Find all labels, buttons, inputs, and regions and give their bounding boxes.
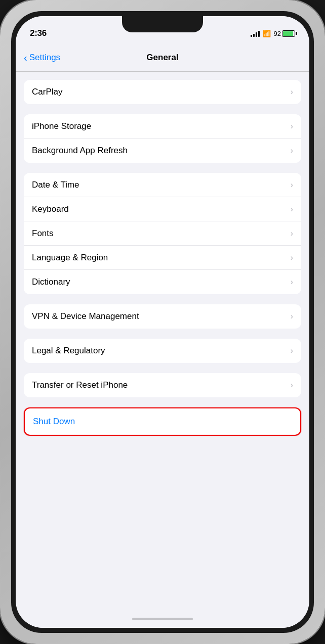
keyboard-item[interactable]: Keyboard › bbox=[24, 197, 301, 221]
home-indicator bbox=[16, 610, 309, 628]
date-time-label: Date & Time bbox=[32, 180, 79, 190]
date-time-item[interactable]: Date & Time › bbox=[24, 173, 301, 197]
dictionary-item[interactable]: Dictionary › bbox=[24, 270, 301, 294]
keyboard-chevron: › bbox=[291, 205, 293, 214]
status-time: 2:36 bbox=[30, 28, 47, 38]
iphone-storage-label: iPhone Storage bbox=[32, 121, 91, 131]
page-title: General bbox=[146, 53, 178, 63]
language-region-item[interactable]: Language & Region › bbox=[24, 246, 301, 270]
language-region-chevron: › bbox=[291, 253, 293, 262]
shut-down-label: Shut Down bbox=[33, 417, 75, 427]
content-area: CarPlay › iPhone Storage › Background Ap… bbox=[16, 72, 309, 610]
fonts-chevron: › bbox=[291, 229, 293, 238]
screen: 2:36 📶 92 ‹ bbox=[16, 16, 309, 628]
battery-fill bbox=[283, 31, 293, 36]
legal-label: Legal & Regulatory bbox=[32, 346, 105, 356]
carplay-label: CarPlay bbox=[32, 87, 62, 97]
notch bbox=[122, 16, 203, 32]
carplay-item[interactable]: CarPlay › bbox=[24, 80, 301, 104]
iphone-storage-chevron: › bbox=[291, 122, 293, 131]
vpn-item[interactable]: VPN & Device Management › bbox=[24, 304, 301, 329]
dictionary-chevron: › bbox=[291, 278, 293, 287]
battery-container: 92 bbox=[274, 30, 295, 37]
transfer-reset-label: Transfer or Reset iPhone bbox=[32, 380, 128, 390]
legal-chevron: › bbox=[291, 346, 293, 355]
transfer-reset-item[interactable]: Transfer or Reset iPhone › bbox=[24, 373, 301, 397]
vpn-chevron: › bbox=[291, 312, 293, 321]
status-icons: 📶 92 bbox=[251, 30, 295, 37]
background-refresh-label: Background App Refresh bbox=[32, 146, 128, 156]
language-region-label: Language & Region bbox=[32, 253, 108, 263]
shut-down-section: Shut Down bbox=[24, 407, 301, 436]
date-time-chevron: › bbox=[291, 180, 293, 190]
iphone-storage-item[interactable]: iPhone Storage › bbox=[24, 114, 301, 139]
carplay-chevron: › bbox=[291, 87, 293, 97]
vpn-label: VPN & Device Management bbox=[32, 311, 139, 321]
wifi-icon: 📶 bbox=[263, 30, 271, 37]
signal-icon bbox=[251, 30, 260, 37]
back-button[interactable]: ‹ Settings bbox=[24, 53, 60, 63]
phone-inner: 2:36 📶 92 ‹ bbox=[11, 11, 314, 633]
section-storage: iPhone Storage › Background App Refresh … bbox=[24, 114, 301, 163]
section-language: Date & Time › Keyboard › Fonts › Languag… bbox=[24, 173, 301, 294]
section-vpn: VPN & Device Management › bbox=[24, 304, 301, 329]
background-refresh-chevron: › bbox=[291, 146, 293, 155]
fonts-label: Fonts bbox=[32, 228, 54, 239]
fonts-item[interactable]: Fonts › bbox=[24, 221, 301, 246]
phone-frame: 2:36 📶 92 ‹ bbox=[0, 0, 325, 644]
home-bar bbox=[132, 618, 193, 620]
legal-item[interactable]: Legal & Regulatory › bbox=[24, 339, 301, 363]
battery-level: 92 bbox=[274, 30, 281, 37]
back-label: Settings bbox=[29, 53, 60, 63]
section-legal: Legal & Regulatory › bbox=[24, 339, 301, 363]
shut-down-item[interactable]: Shut Down bbox=[25, 408, 300, 435]
section-carplay: CarPlay › bbox=[24, 80, 301, 104]
section-transfer: Transfer or Reset iPhone › bbox=[24, 373, 301, 397]
keyboard-label: Keyboard bbox=[32, 204, 69, 214]
dictionary-label: Dictionary bbox=[32, 277, 70, 287]
nav-header: ‹ Settings General bbox=[16, 43, 309, 72]
back-chevron-icon: ‹ bbox=[24, 53, 27, 63]
transfer-reset-chevron: › bbox=[291, 381, 293, 390]
battery-icon bbox=[282, 30, 295, 37]
background-refresh-item[interactable]: Background App Refresh › bbox=[24, 139, 301, 163]
